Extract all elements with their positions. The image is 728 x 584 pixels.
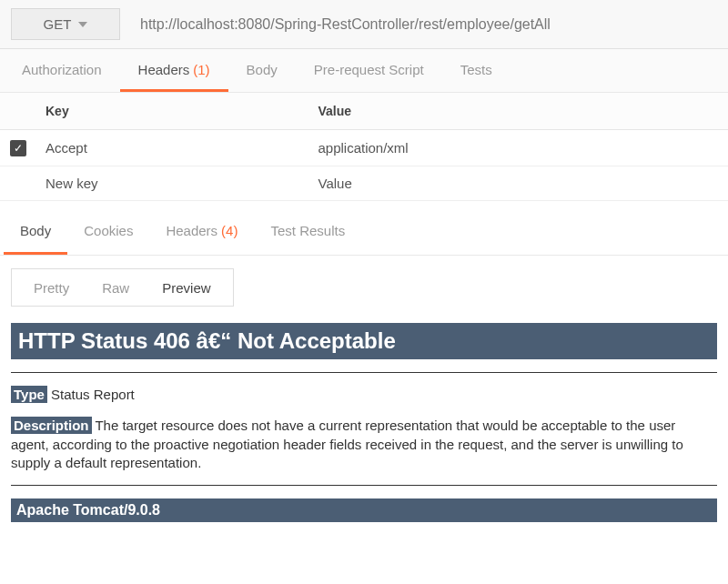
view-mode-bar: Pretty Raw Preview — [11, 268, 234, 307]
type-text: Status Report — [47, 387, 135, 402]
request-tabs: Authorization Headers(1) Body Pre-reques… — [0, 49, 728, 93]
new-key-cell[interactable]: New key — [36, 166, 308, 201]
resp-tab-testresults[interactable]: Test Results — [254, 208, 361, 255]
col-checkbox — [0, 93, 36, 130]
tab-label: Body — [20, 223, 51, 238]
tab-label: Tests — [460, 62, 492, 77]
tab-label: Test Results — [270, 223, 345, 238]
request-bar: GET — [0, 0, 728, 49]
view-pretty-button[interactable]: Pretty — [17, 280, 86, 296]
tab-body[interactable]: Body — [228, 49, 296, 92]
tab-label: Headers — [138, 62, 190, 77]
header-key-cell[interactable]: Accept — [36, 130, 308, 166]
table-row-new[interactable]: New key Value — [0, 166, 728, 201]
url-input[interactable] — [120, 0, 728, 48]
http-method-dropdown[interactable]: GET — [11, 8, 120, 40]
header-value-cell[interactable]: application/xml — [308, 130, 728, 166]
tab-label: Authorization — [22, 62, 102, 77]
resp-tab-headers[interactable]: Headers(4) — [149, 208, 254, 255]
tab-label: Body — [247, 62, 278, 77]
http-method-label: GET — [44, 16, 72, 32]
tab-tests[interactable]: Tests — [442, 49, 511, 92]
tab-headers[interactable]: Headers(1) — [120, 49, 228, 92]
desc-text: The target resource does not have a curr… — [11, 418, 683, 470]
response-tabs: Body Cookies Headers(4) Test Results — [0, 208, 728, 256]
tab-label: Headers — [166, 223, 217, 238]
resp-tab-body[interactable]: Body — [4, 208, 67, 255]
chevron-down-icon — [78, 22, 87, 27]
col-value: Value — [308, 93, 728, 130]
view-preview-button[interactable]: Preview — [146, 280, 227, 296]
col-key: Key — [36, 93, 308, 130]
error-desc-line: Description The target resource does not… — [11, 417, 717, 472]
headers-count: (1) — [193, 62, 209, 77]
response-preview: HTTP Status 406 â€“ Not Acceptable Type … — [0, 323, 728, 540]
error-title: HTTP Status 406 â€“ Not Acceptable — [11, 323, 717, 359]
desc-label: Description — [11, 417, 92, 434]
row-checkbox[interactable]: ✓ — [10, 140, 26, 156]
view-raw-button[interactable]: Raw — [86, 280, 146, 296]
error-type-line: Type Status Report — [11, 386, 717, 404]
divider — [11, 372, 717, 373]
table-row[interactable]: ✓ Accept application/xml — [0, 130, 728, 166]
server-footer: Apache Tomcat/9.0.8 — [11, 498, 717, 522]
resp-tab-cookies[interactable]: Cookies — [67, 208, 149, 255]
tab-authorization[interactable]: Authorization — [4, 49, 120, 92]
tab-prerequest[interactable]: Pre-request Script — [296, 49, 442, 92]
new-value-cell[interactable]: Value — [308, 166, 728, 201]
type-label: Type — [11, 386, 47, 403]
divider — [11, 485, 717, 486]
tab-label: Pre-request Script — [314, 62, 424, 77]
headers-table: Key Value ✓ Accept application/xml New k… — [0, 93, 728, 201]
resp-headers-count: (4) — [221, 223, 238, 238]
tab-label: Cookies — [84, 223, 133, 238]
